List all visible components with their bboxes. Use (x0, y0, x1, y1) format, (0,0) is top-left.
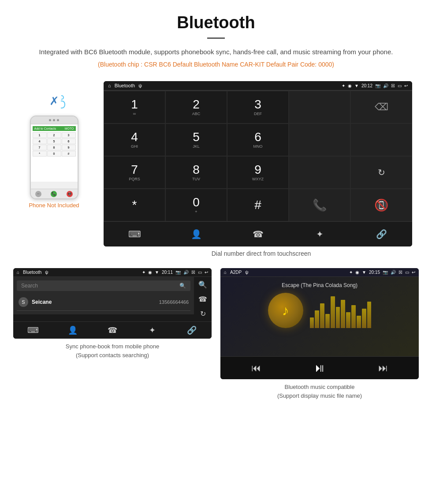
phone-btn-call[interactable]: 📞 (51, 191, 57, 197)
phonebook-screen: ⌂ Bluetooth ψ ✦ ◉ ▼ 20:11 📷 🔊 ☒ ▭ ↩ (13, 268, 212, 339)
pb-contact-row[interactable]: S Seicane 13566664466 (17, 294, 190, 311)
pk-key-star[interactable]: * (33, 151, 47, 157)
nav-phone-icon[interactable]: ☎ (227, 226, 289, 242)
dp-num-2: 2 (193, 98, 200, 111)
vis-bar-2 (315, 310, 319, 328)
location-icon: ◉ (348, 83, 352, 88)
pb-footer-dialpad[interactable]: ⌨ (13, 325, 53, 335)
dp-num-5: 5 (193, 131, 200, 143)
music-album-art: ♪ (268, 293, 303, 328)
dp-key-9[interactable]: 9 WXYZ (227, 156, 289, 189)
music-caption: Bluetooth music compatible (Support disp… (277, 383, 362, 400)
pb-side-phone-icon[interactable]: ☎ (198, 295, 207, 303)
pk-key-0[interactable]: 0 (47, 151, 61, 157)
dp-key-1[interactable]: 1 ∞ (104, 91, 165, 123)
android-dialpad-screen: ⌂ Bluetooth ψ ✦ ◉ ▼ 20:12 📷 🔊 ☒ ▭ ↩ (104, 81, 412, 246)
home-icon[interactable]: ⌂ (108, 83, 111, 88)
pk-key-5[interactable]: 5 (47, 138, 61, 144)
volume-icon[interactable]: 🔊 (383, 83, 388, 88)
pk-key-hash[interactable]: # (62, 151, 76, 157)
screen-icon[interactable]: ☒ (391, 83, 395, 88)
ms-sb-right: ✦ ◉ ▼ 20:15 📷 🔊 ☒ ▭ ↩ (349, 270, 415, 275)
camera-icon[interactable]: 📷 (375, 83, 380, 88)
phonebook-item: ⌂ Bluetooth ψ ✦ ◉ ▼ 20:11 📷 🔊 ☒ ▭ ↩ (13, 268, 212, 400)
pb-footer-link[interactable]: 🔗 (172, 325, 212, 335)
bt-status-icon: ✦ (342, 83, 345, 88)
header-specs: (Bluetooth chip : CSR BC6 Default Blueto… (26, 61, 406, 68)
nav-link-icon[interactable]: 🔗 (350, 226, 412, 242)
dp-key-4[interactable]: 4 GHI (104, 123, 165, 156)
dp-hangup-cell[interactable]: 📵 (350, 189, 412, 221)
dp-key-star[interactable]: * (104, 189, 165, 221)
usb-icon: ψ (138, 83, 142, 88)
nav-dialpad-icon[interactable]: ⌨ (104, 226, 165, 242)
pk-key-4[interactable]: 4 (33, 138, 47, 144)
nav-bluetooth-icon[interactable]: ✦ (289, 226, 350, 242)
ms-loc-icon: ◉ (355, 270, 359, 275)
pb-back-icon[interactable]: ↩ (205, 270, 208, 275)
pk-key-2[interactable]: 2 (47, 132, 61, 138)
ms-home-icon[interactable]: ⌂ (224, 270, 227, 275)
dp-key-hash[interactable]: # (227, 189, 289, 221)
dp-key-8[interactable]: 8 TUV (165, 156, 227, 189)
ms-usb-icon: ψ (245, 270, 248, 275)
header-divider (207, 37, 225, 39)
dp-key-0[interactable]: 0 + (165, 189, 227, 221)
status-time: 20:12 (361, 83, 372, 88)
pb-search-icon[interactable]: 🔍 (179, 283, 186, 289)
nav-contacts-icon[interactable]: 👤 (165, 226, 227, 242)
pb-vol-icon: 🔊 (183, 270, 189, 275)
ms-a2dp-label: A2DP (230, 270, 242, 275)
pk-key-8[interactable]: 8 (47, 145, 61, 150)
music-art-area: ♪ (268, 293, 372, 328)
dp-num-7: 7 (131, 164, 138, 176)
pb-side-search-icon[interactable]: 🔍 (198, 280, 207, 289)
pb-cam-icon: 📷 (175, 270, 181, 275)
pk-key-9[interactable]: 9 (62, 145, 76, 150)
dp-key-5[interactable]: 5 JKL (165, 123, 227, 156)
pb-bluetooth-label: Bluetooth (23, 270, 41, 275)
bt-symbol-icon: ✗ (49, 94, 59, 108)
pb-footer-contacts[interactable]: 👤 (53, 325, 93, 335)
back-icon[interactable]: ↩ (404, 83, 408, 88)
dp-backspace-cell[interactable]: ⌫ (350, 91, 412, 123)
bottom-row: ⌂ Bluetooth ψ ✦ ◉ ▼ 20:11 📷 🔊 ☒ ▭ ↩ (0, 268, 432, 409)
next-icon[interactable]: ⏭ (378, 362, 388, 374)
dp-key-3[interactable]: 3 DEF (227, 91, 289, 123)
dp-call-cell[interactable]: 📞 (289, 189, 350, 221)
music-body: Escape (The Pina Colada Song) ♪ (220, 277, 419, 356)
pk-key-1[interactable]: 1 (33, 132, 47, 138)
pb-win-icon: ▭ (198, 270, 202, 275)
pb-usb-icon: ψ (45, 270, 48, 275)
dp-key-2[interactable]: 2 ABC (165, 91, 227, 123)
ms-bt-icon: ✦ (349, 270, 353, 275)
pk-key-7[interactable]: 7 (33, 145, 47, 150)
play-pause-icon[interactable]: ⏯ (314, 361, 325, 375)
pb-home-icon[interactable]: ⌂ (17, 270, 19, 275)
pk-key-3[interactable]: 3 (62, 132, 76, 138)
phone-btn-hangup[interactable]: 📵 (67, 191, 73, 197)
dp-key-6[interactable]: 6 MNO (227, 123, 289, 156)
dp-num-0: 0 (193, 196, 200, 209)
pb-status-bar: ⌂ Bluetooth ψ ✦ ◉ ▼ 20:11 📷 🔊 ☒ ▭ ↩ (13, 268, 212, 277)
pk-key-6[interactable]: 6 (62, 138, 76, 144)
dialpad-screen-container: ⌂ Bluetooth ψ ✦ ◉ ▼ 20:12 📷 🔊 ☒ ▭ ↩ (104, 81, 419, 264)
pb-caption-line2: (Support contacts searching) (66, 351, 159, 360)
pb-search-bar[interactable]: Search 🔍 (17, 280, 190, 291)
reload-icon: ↻ (378, 167, 385, 178)
pb-body: Search 🔍 S Seicane 13566664466 (13, 277, 194, 314)
vis-bar-12 (367, 302, 372, 328)
dp-reload-cell[interactable]: ↻ (350, 156, 412, 189)
prev-icon[interactable]: ⏮ (251, 362, 261, 374)
pb-footer-bt[interactable]: ✦ (132, 325, 172, 335)
dp-empty-4 (289, 156, 350, 189)
call-icon: 📞 (313, 198, 327, 212)
window-icon[interactable]: ▭ (398, 83, 402, 88)
pb-side-reload-icon[interactable]: ↻ (200, 310, 206, 318)
ms-back-icon[interactable]: ↩ (412, 270, 415, 275)
pb-footer-phone[interactable]: ☎ (93, 325, 132, 335)
dp-num-9: 9 (254, 164, 261, 176)
contact-number: 13566664466 (159, 299, 189, 305)
dp-key-7[interactable]: 7 PQRS (104, 156, 165, 189)
dp-letters-8: TUV (192, 177, 200, 181)
